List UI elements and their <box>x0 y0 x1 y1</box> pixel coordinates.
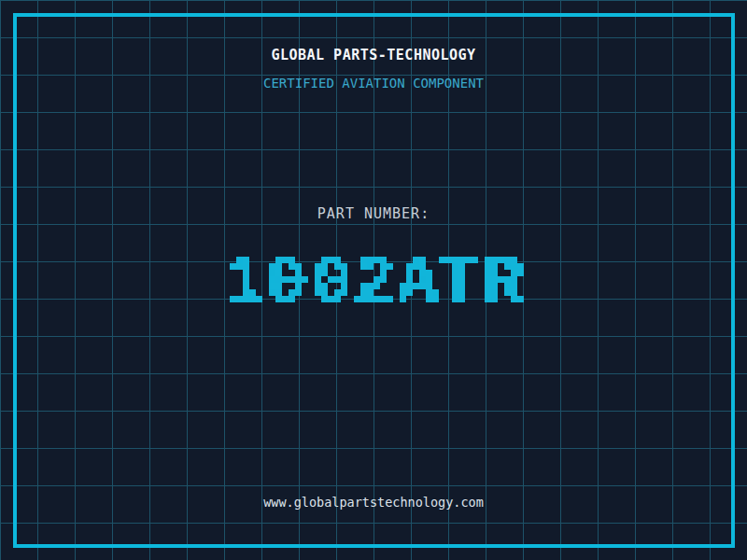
part-number-label: PART NUMBER: <box>0 205 747 222</box>
company-name: GLOBAL PARTS-TECHNOLOGY <box>0 47 747 63</box>
website-url: www.globalpartstechnology.com <box>0 495 747 510</box>
certification-subtitle: CERTIFIED AVIATION COMPONENT <box>0 76 747 91</box>
certificate-page: GLOBAL PARTS-TECHNOLOGY CERTIFIED AVIATI… <box>0 0 747 560</box>
part-number-pixel-canvas <box>217 224 530 322</box>
part-number-display: 1002ATR <box>0 224 747 322</box>
